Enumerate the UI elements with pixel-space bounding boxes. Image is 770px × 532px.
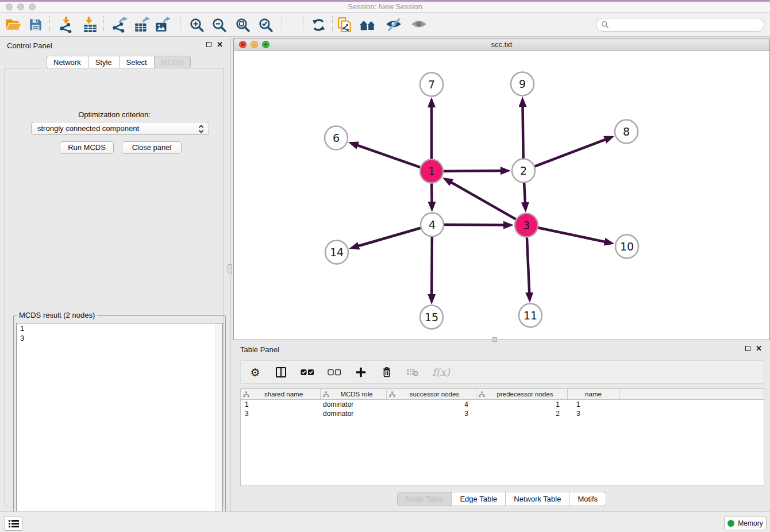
mcds-result-item[interactable]: 3	[17, 333, 222, 343]
tab-node-table[interactable]: Node Table	[397, 492, 452, 506]
table-cell[interactable]: dominator	[321, 409, 387, 418]
column-header-successor-nodes[interactable]: successor nodes	[387, 389, 476, 399]
graph-edge-2-3[interactable]	[524, 181, 525, 204]
table-cell[interactable]: 1	[476, 400, 568, 409]
graph-node-14[interactable]: 14	[325, 241, 348, 264]
tab-mcds[interactable]: MCDS	[155, 56, 191, 68]
zoom-in-icon	[189, 17, 205, 33]
result-scrollbar[interactable]	[215, 323, 222, 530]
run-mcds-button[interactable]: Run MCDS	[60, 141, 114, 154]
table-settings-button[interactable]: ⚙	[249, 367, 261, 378]
table-cell[interactable]: dominator	[321, 400, 387, 409]
graph-edge-4-15[interactable]	[432, 235, 432, 296]
column-header-name[interactable]: name	[568, 389, 619, 399]
zoom-out-button[interactable]	[209, 16, 229, 34]
network-graph: 7968124314101511	[234, 51, 769, 340]
search-field[interactable]	[596, 18, 764, 32]
close-table-panel-icon[interactable]: ✕	[756, 346, 762, 351]
function-builder-button[interactable]: f(x)	[432, 366, 450, 378]
save-session-button[interactable]	[26, 16, 45, 34]
close-panel-button[interactable]: Close panel	[122, 141, 182, 154]
unselect-all-columns-button[interactable]	[328, 369, 341, 376]
network-window-titlebar[interactable]: ✕ − + scc.txt	[234, 38, 769, 51]
criterion-dropdown[interactable]: strongly connected component	[31, 122, 209, 135]
close-panel-icon[interactable]: ✕	[217, 42, 223, 47]
graph-node-9[interactable]: 9	[511, 72, 534, 96]
table-cell[interactable]: 2	[476, 409, 568, 418]
import-network-button[interactable]	[56, 16, 76, 34]
table-cell[interactable]: 3	[241, 409, 321, 418]
search-input[interactable]	[609, 21, 764, 29]
table-panel: Table Panel ✕ ⚙	[233, 342, 770, 511]
graph-node-2[interactable]: 2	[512, 159, 535, 183]
tab-network[interactable]: Network	[46, 56, 88, 68]
table-cell[interactable]: 3	[387, 409, 476, 418]
table-cell[interactable]: 4	[387, 400, 476, 409]
graph-node-3[interactable]: 3	[515, 214, 538, 237]
tab-network-table[interactable]: Network Table	[506, 492, 569, 506]
table-cell[interactable]: 1	[568, 400, 619, 409]
network-window-title: scc.txt	[234, 40, 769, 49]
show-all-button[interactable]	[409, 16, 429, 34]
graph-edge-4-3[interactable]	[442, 225, 505, 225]
network-canvas[interactable]: 7968124314101511	[234, 51, 769, 340]
table-row[interactable]: 3dominator323	[241, 409, 764, 418]
graph-edge-1-6[interactable]	[356, 145, 422, 168]
task-history-button[interactable]	[5, 516, 22, 531]
zoom-fit-button[interactable]	[233, 16, 252, 34]
export-network-button[interactable]	[110, 16, 129, 34]
float-table-panel-icon[interactable]	[745, 346, 750, 351]
graph-node-6[interactable]: 6	[325, 126, 348, 150]
graph-edge-2-9[interactable]	[522, 105, 523, 160]
open-session-button[interactable]	[3, 16, 23, 34]
tab-select[interactable]: Select	[120, 56, 155, 68]
export-image-button[interactable]	[153, 16, 172, 34]
graph-node-8[interactable]: 8	[615, 120, 638, 144]
column-header-MCDS-role[interactable]: MCDS role	[321, 389, 387, 399]
table-cell[interactable]: 3	[568, 409, 619, 418]
graph-node-1[interactable]: 1	[420, 160, 443, 183]
tab-style[interactable]: Style	[88, 56, 120, 68]
graph-node-11[interactable]: 11	[519, 304, 542, 327]
plus-icon	[355, 367, 367, 378]
svg-text:4: 4	[429, 218, 436, 231]
delete-table-button[interactable]	[406, 368, 419, 377]
graph-edge-3-11[interactable]	[527, 236, 530, 294]
create-column-button[interactable]	[355, 367, 367, 378]
select-all-columns-button[interactable]	[301, 369, 314, 376]
graph-edge-3-10[interactable]	[537, 228, 606, 242]
graph-edge-2-8[interactable]	[533, 139, 607, 167]
import-table-button[interactable]	[80, 16, 100, 34]
column-header-predecessor-nodes[interactable]: predecessor nodes	[476, 389, 568, 399]
graph-edge-3-1[interactable]	[450, 182, 517, 220]
graph-edge-4-14[interactable]	[357, 228, 422, 246]
graph-node-10[interactable]: 10	[615, 235, 638, 259]
hide-selected-button[interactable]	[384, 16, 403, 34]
tab-edge-table[interactable]: Edge Table	[452, 492, 506, 506]
table-cell[interactable]: 1	[241, 400, 321, 409]
tab-motifs[interactable]: Motifs	[569, 492, 606, 506]
table-row[interactable]: 1dominator411	[241, 400, 764, 409]
column-header-shared-name[interactable]: shared name	[241, 389, 321, 399]
graph-edge-1-2[interactable]	[442, 171, 502, 171]
delete-columns-button[interactable]	[380, 366, 393, 379]
first-neighbors-button[interactable]	[358, 16, 378, 34]
graph-node-15[interactable]: 15	[420, 306, 443, 329]
graph-node-4[interactable]: 4	[421, 213, 444, 237]
memory-button[interactable]: Memory	[724, 516, 767, 530]
show-columns-button[interactable]	[275, 367, 287, 377]
zoom-in-button[interactable]	[187, 16, 206, 34]
zoom-selected-button[interactable]	[256, 16, 275, 34]
graph-node-7[interactable]: 7	[420, 73, 443, 97]
export-table-button[interactable]	[132, 16, 152, 34]
eye-icon	[410, 18, 428, 32]
refresh-view-button[interactable]	[309, 16, 328, 34]
mcds-result-item[interactable]: 1	[17, 323, 222, 333]
window-resize-handle[interactable]	[492, 337, 497, 342]
control-panel-tabs: NetworkStyleSelectMCDS	[46, 56, 191, 68]
mcds-tab-content: Optimization criterion: strongly connect…	[5, 68, 224, 507]
float-panel-icon[interactable]	[206, 42, 211, 47]
panel-divider-handle[interactable]	[228, 264, 232, 273]
new-network-from-selection-button[interactable]	[335, 16, 355, 34]
mcds-result-list[interactable]: 13	[16, 323, 223, 530]
